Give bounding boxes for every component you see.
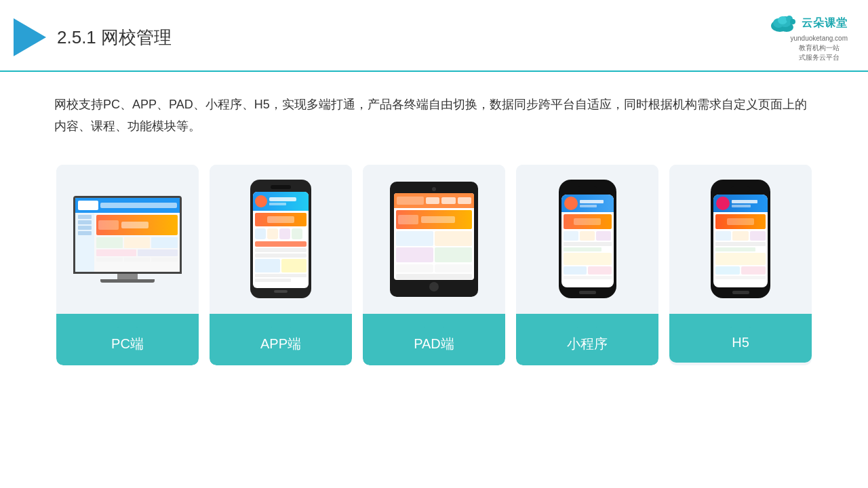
cloud-logo-group: 云朵课堂 (769, 12, 848, 34)
platform-cards: PC端 (0, 151, 868, 386)
brand-name-text: 云朵课堂 (802, 16, 848, 30)
card-pad: PAD端 (363, 165, 505, 365)
card-pad-label: PAD端 (363, 314, 505, 365)
card-pc-image (56, 165, 199, 314)
description-content: 网校支持PC、APP、PAD、小程序、H5，实现多端打通，产品各终端自由切换，数… (54, 98, 807, 133)
h5-phone-mockup (711, 180, 770, 298)
brand-tagline-line1: 教育机构一站 (799, 43, 840, 53)
card-miniprogram-image (516, 165, 658, 314)
card-app: APP端 (210, 165, 352, 365)
title-main: 网校管理 (101, 27, 172, 47)
tablet-mockup (390, 182, 478, 297)
card-h5-image (669, 165, 812, 314)
brand-tagline: yunduoketang.com 教育机构一站 式服务云平台 (790, 34, 848, 62)
svg-point-6 (790, 19, 795, 24)
svg-point-4 (778, 16, 787, 24)
pc-screen (73, 196, 182, 274)
card-pc-label: PC端 (56, 314, 199, 365)
card-miniprogram-label: 小程序 (516, 314, 658, 365)
logo-triangle-icon (14, 18, 46, 56)
miniprogram-phone-mockup (559, 180, 616, 298)
section-number: 2.5.1 (57, 27, 96, 47)
card-pad-image (363, 165, 505, 314)
header: 2.5.1 网校管理 云朵课堂 yunduoketang.com 教育机构一站 … (0, 0, 868, 72)
page-title: 2.5.1 网校管理 (57, 26, 172, 49)
header-left: 2.5.1 网校管理 (14, 18, 172, 56)
card-miniprogram: 小程序 (516, 165, 658, 365)
card-app-label: APP端 (210, 314, 352, 365)
card-h5: H5 (669, 165, 812, 365)
brand-logo: 云朵课堂 yunduoketang.com 教育机构一站 式服务云平台 (769, 12, 848, 62)
pc-mockup (73, 196, 182, 283)
card-pc: PC端 (56, 165, 199, 365)
brand-url: yunduoketang.com (790, 34, 848, 43)
card-app-image (210, 165, 352, 314)
card-h5-label: H5 (669, 314, 812, 363)
description-text: 网校支持PC、APP、PAD、小程序、H5，实现多端打通，产品各终端自由切换，数… (0, 72, 868, 151)
cloud-icon (769, 12, 797, 34)
app-phone-mockup (250, 180, 311, 298)
brand-tagline-line2: 式服务云平台 (799, 53, 840, 62)
